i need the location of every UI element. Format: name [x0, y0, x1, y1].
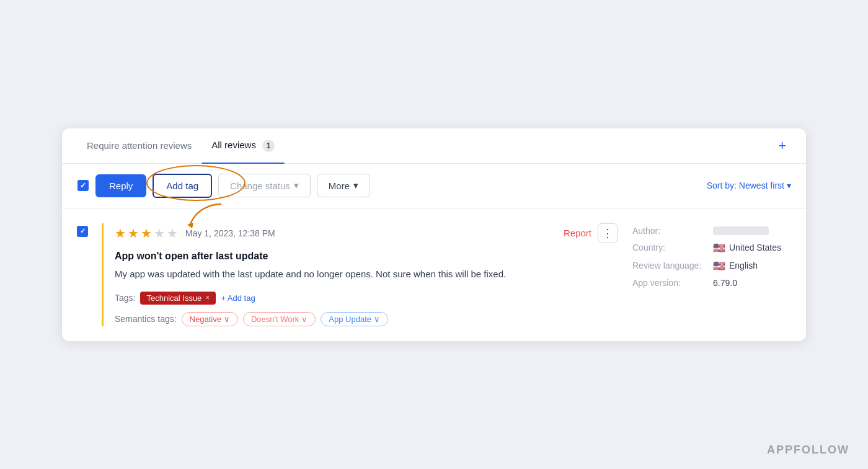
tags-label: Tags: [115, 293, 135, 303]
review-more-button[interactable]: ⋮ [598, 223, 618, 243]
meta-version-row: App version: 6.79.0 [632, 278, 791, 288]
add-tag-annotation: Add tag [153, 174, 212, 198]
review-text: My app was updated with the last update … [115, 267, 618, 282]
review-title: App won't open after last update [115, 251, 618, 262]
tab-all-reviews[interactable]: All reviews 1 [202, 128, 285, 163]
semantic-app-update-label: App Update [329, 315, 371, 324]
semantic-negative-label: Negative [190, 315, 221, 324]
meta-language-row: Review language: 🇺🇸 English [632, 260, 791, 272]
dots-icon: ⋮ [602, 226, 613, 240]
star-3: ★ [141, 226, 152, 241]
review-checkbox-checked-icon [77, 226, 88, 237]
sort-label: Sort by: Newest first [707, 181, 784, 190]
review-actions: Report ⋮ [564, 223, 618, 243]
tag-remove-button[interactable]: × [205, 293, 210, 302]
checkbox-checked-icon [78, 180, 89, 191]
semantic-tag-doesnt-work[interactable]: Doesn't Work ∨ [243, 312, 316, 326]
review-meta: Author: Country: 🇺🇸 United States Review… [618, 223, 791, 326]
review-body: ★ ★ ★ ★ ★ May 1, 2023, 12:38 PM Report ⋮… [102, 223, 618, 326]
meta-version-value: 6.79.0 [713, 278, 737, 288]
star-2: ★ [128, 226, 139, 241]
star-1: ★ [115, 226, 126, 241]
select-all-checkbox[interactable] [77, 179, 89, 192]
change-status-button[interactable]: Change status ▾ [218, 174, 311, 197]
watermark: APPFOLLOW [767, 444, 849, 457]
toolbar: Reply Add tag Change status ▾ More ▾ [62, 164, 806, 208]
star-4: ★ [154, 226, 165, 241]
tab-all-reviews-label: All reviews [211, 140, 256, 150]
star-5: ★ [167, 226, 178, 241]
more-label: More [329, 181, 350, 191]
tab-badge: 1 [262, 140, 275, 152]
semantics-label: Semantics tags: [115, 314, 177, 324]
report-label: Report [564, 228, 591, 238]
tags-row: Tags: Technical Issue × + Add tag [115, 292, 618, 305]
review-header: ★ ★ ★ ★ ★ May 1, 2023, 12:38 PM Report ⋮ [115, 223, 618, 243]
tag-technical-issue: Technical Issue × [140, 292, 216, 305]
change-status-label: Change status [230, 181, 290, 191]
review-checkbox[interactable] [77, 223, 102, 326]
meta-author-row: Author: [632, 226, 791, 236]
main-card: Require attention reviews All reviews 1 … [62, 128, 806, 341]
more-chevron: ▾ [353, 180, 358, 191]
add-tag-button[interactable]: Add tag [153, 174, 212, 198]
semantic-doesnt-work-label: Doesn't Work [251, 315, 299, 324]
reply-button[interactable]: Reply [95, 174, 146, 197]
meta-author-placeholder [713, 226, 769, 235]
tag-name: Technical Issue [146, 293, 202, 303]
semantics-row: Semantics tags: Negative ∨ Doesn't Work … [115, 312, 618, 326]
country-name: United States [729, 243, 781, 252]
language-flag-icon: 🇺🇸 [713, 260, 725, 272]
country-flag-icon: 🇺🇸 [713, 242, 725, 254]
version-number: 6.79.0 [713, 278, 737, 288]
reply-label: Reply [109, 181, 133, 191]
add-tab-button[interactable]: + [773, 139, 791, 153]
add-tag-inline-button[interactable]: + Add tag [221, 293, 255, 303]
semantic-negative-chevron: ∨ [224, 315, 230, 324]
add-tag-label: Add tag [166, 181, 198, 191]
change-status-chevron: ▾ [294, 180, 299, 191]
meta-country-key: Country: [632, 243, 713, 252]
semantic-tag-app-update[interactable]: App Update ∨ [321, 312, 388, 326]
sort-button[interactable]: Sort by: Newest first ▾ [707, 181, 791, 190]
review-section: ★ ★ ★ ★ ★ May 1, 2023, 12:38 PM Report ⋮… [62, 208, 806, 341]
meta-version-key: App version: [632, 278, 713, 288]
meta-country-value: 🇺🇸 United States [713, 242, 781, 254]
tabs-bar: Require attention reviews All reviews 1 … [62, 128, 806, 164]
meta-language-value: 🇺🇸 English [713, 260, 758, 272]
meta-author-key: Author: [632, 226, 713, 236]
meta-language-key: Review language: [632, 261, 713, 270]
semantic-tag-negative[interactable]: Negative ∨ [182, 312, 238, 326]
review-date: May 1, 2023, 12:38 PM [185, 228, 275, 238]
more-button[interactable]: More ▾ [317, 174, 370, 197]
sort-chevron: ▾ [787, 181, 791, 190]
semantic-doesnt-work-chevron: ∨ [301, 315, 308, 324]
tab-require-attention[interactable]: Require attention reviews [77, 129, 202, 162]
report-button[interactable]: Report [564, 228, 591, 238]
semantic-app-update-chevron: ∨ [374, 315, 380, 324]
star-rating: ★ ★ ★ ★ ★ [115, 226, 178, 241]
tab-require-attention-label: Require attention reviews [87, 140, 192, 151]
language-name: English [729, 261, 758, 270]
meta-country-row: Country: 🇺🇸 United States [632, 242, 791, 254]
